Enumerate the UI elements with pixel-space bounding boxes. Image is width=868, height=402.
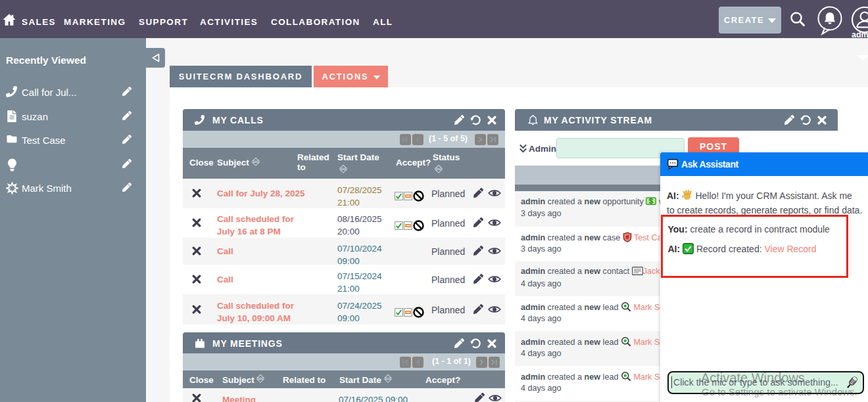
- svg-text:#: #: [625, 233, 629, 240]
- svg-text:$: $: [649, 197, 654, 205]
